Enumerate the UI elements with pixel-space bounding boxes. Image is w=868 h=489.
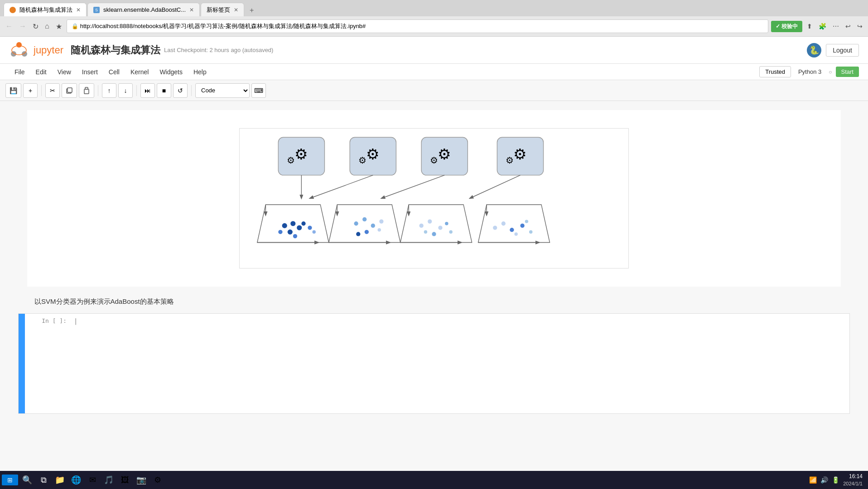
keyboard-shortcuts-button[interactable]: ⌨ bbox=[251, 83, 266, 98]
svg-text:⚙: ⚙ bbox=[506, 155, 514, 165]
taskbar-media[interactable]: 🎵 bbox=[101, 473, 116, 487]
header-right: 🐍 Logout bbox=[807, 43, 859, 58]
jupyter-header: jupyter 随机森林与集成算法 Last Checkpoint: 2 hou… bbox=[0, 37, 868, 64]
svg-point-45 bbox=[378, 228, 381, 231]
taskbar-file-explorer[interactable]: 📁 bbox=[53, 473, 67, 487]
run-next-button[interactable]: ⏭ bbox=[140, 83, 155, 98]
browser-chrome: 随机森林与集成算法 ✕ S sklearn.ensemble.AdaBoostC… bbox=[0, 0, 868, 37]
menu-dots-icon[interactable]: ⋯ bbox=[831, 21, 841, 32]
windows-icon: ⊞ bbox=[7, 476, 13, 484]
mail-icon: ✉ bbox=[89, 475, 96, 485]
copy-button[interactable] bbox=[62, 83, 77, 98]
cell-sidebar-active bbox=[19, 314, 25, 413]
menu-insert[interactable]: Insert bbox=[77, 66, 103, 78]
menu-view[interactable]: View bbox=[52, 66, 77, 78]
trusted-button[interactable]: Trusted bbox=[759, 66, 791, 77]
save-button[interactable]: 💾 bbox=[5, 83, 21, 98]
taskbar-photos[interactable]: 🖼 bbox=[118, 473, 132, 487]
extensions-icon[interactable]: 🧩 bbox=[817, 21, 828, 32]
separator-3 bbox=[136, 85, 137, 96]
svg-point-29 bbox=[297, 225, 302, 230]
settings-icon: ⚙ bbox=[154, 475, 161, 485]
nav-bar: ← → ↻ ⌂ ★ 🔒 ✓ 校验中 ⬆ 🧩 ⋯ ↩ ↪ bbox=[0, 16, 868, 36]
svg-point-53 bbox=[445, 222, 448, 225]
menu-widgets[interactable]: Widgets bbox=[154, 66, 188, 78]
tab-2-close[interactable]: ✕ bbox=[189, 7, 194, 13]
code-cell[interactable]: In [ ]: | bbox=[18, 313, 850, 414]
folder-icon: 📁 bbox=[55, 475, 65, 485]
logout-button[interactable]: Logout bbox=[826, 44, 859, 57]
cut-button[interactable]: ✂ bbox=[45, 83, 60, 98]
taskbar-mail[interactable]: ✉ bbox=[85, 473, 100, 487]
svg-point-43 bbox=[356, 232, 360, 236]
trusted-badge: ✓ 校验中 bbox=[771, 21, 802, 32]
taskbar: ⊞ 🔍 ⧉ 📁 🌐 ✉ 🎵 🖼 📷 ⚙ 📶 🔊 🔋 16:14 2024/1/1 bbox=[0, 471, 868, 489]
svg-point-32 bbox=[308, 225, 312, 230]
tab-2[interactable]: S sklearn.ensemble.AdaBoostC... ✕ bbox=[87, 3, 200, 16]
cursor-indicator: | bbox=[74, 317, 77, 325]
taskbar-search[interactable]: 🔍 bbox=[20, 473, 34, 487]
clock-time: 16:14 bbox=[843, 473, 863, 480]
menu-bar: File Edit View Insert Cell Kernel Widget… bbox=[0, 64, 868, 80]
new-tab-button[interactable]: + bbox=[245, 5, 258, 16]
tab-1-close[interactable]: ✕ bbox=[76, 7, 81, 13]
add-cell-button[interactable]: + bbox=[23, 83, 38, 98]
paste-button[interactable] bbox=[79, 83, 94, 98]
svg-point-28 bbox=[290, 221, 295, 226]
refresh-button[interactable]: ↻ bbox=[31, 21, 40, 32]
cell-input[interactable]: | bbox=[70, 314, 849, 413]
bookmark-button[interactable]: ★ bbox=[54, 21, 64, 32]
menu-edit[interactable]: Edit bbox=[30, 66, 52, 78]
move-down-button[interactable]: ↓ bbox=[118, 83, 133, 98]
diagram-container: ⚙ ⚙ ⚙ ⚙ ⚙ ⚙ ⚙ ⚙ bbox=[36, 119, 832, 278]
svg-text:⚙: ⚙ bbox=[438, 146, 451, 163]
svg-marker-56 bbox=[478, 205, 550, 243]
clock-date: 2024/1/1 bbox=[843, 480, 863, 487]
diagram-cell-output: ⚙ ⚙ ⚙ ⚙ ⚙ ⚙ ⚙ ⚙ bbox=[27, 110, 841, 287]
svg-line-21 bbox=[310, 175, 373, 198]
time-display: 16:14 2024/1/1 bbox=[843, 473, 863, 487]
cell-type-select[interactable]: Code Markdown Raw NBConvert Heading bbox=[195, 83, 250, 98]
menu-file[interactable]: File bbox=[9, 66, 30, 78]
menu-right: Trusted Python 3 ○ Start bbox=[759, 66, 859, 77]
back-button[interactable]: ← bbox=[4, 21, 14, 31]
taskbar-right: 📶 🔊 🔋 16:14 2024/1/1 bbox=[809, 473, 866, 487]
restart-button[interactable]: ↺ bbox=[173, 83, 188, 98]
network-icon: 📶 bbox=[809, 476, 817, 484]
tab-1[interactable]: 随机森林与集成算法 ✕ bbox=[4, 3, 87, 16]
cell-prompt: In [ ]: bbox=[25, 314, 70, 413]
svg-point-59 bbox=[493, 225, 497, 230]
address-bar: 🔒 bbox=[67, 19, 768, 33]
svg-point-0 bbox=[16, 42, 22, 48]
notebook-title[interactable]: 随机森林与集成算法 bbox=[71, 43, 160, 57]
taskbar-task-view[interactable]: ⧉ bbox=[36, 473, 51, 487]
svg-point-42 bbox=[365, 230, 369, 234]
forward-button[interactable]: → bbox=[17, 21, 28, 31]
start-button[interactable]: Start bbox=[836, 67, 859, 77]
svg-text:⚙: ⚙ bbox=[366, 146, 380, 163]
toolbar: 💾 + ✂ ↑ ↓ ⏭ ■ ↺ Code Markdown Raw NBConv… bbox=[0, 80, 868, 101]
photos-icon: 🖼 bbox=[121, 475, 129, 485]
svg-point-51 bbox=[438, 225, 442, 230]
svg-point-62 bbox=[520, 224, 524, 228]
menu-kernel[interactable]: Kernel bbox=[125, 66, 154, 78]
svg-text:⚙: ⚙ bbox=[430, 155, 438, 165]
menu-help[interactable]: Help bbox=[188, 66, 212, 78]
svg-text:⚙: ⚙ bbox=[294, 146, 308, 163]
taskbar-browser[interactable]: 🌐 bbox=[69, 473, 83, 487]
taskbar-settings[interactable]: ⚙ bbox=[150, 473, 165, 487]
undo-icon[interactable]: ↩ bbox=[844, 21, 853, 32]
url-input[interactable] bbox=[80, 23, 763, 30]
tab-3-close[interactable]: ✕ bbox=[234, 7, 238, 13]
svg-point-41 bbox=[371, 224, 375, 228]
redo-icon[interactable]: ↪ bbox=[855, 21, 864, 32]
menu-cell[interactable]: Cell bbox=[103, 66, 125, 78]
paste-icon bbox=[83, 87, 90, 94]
start-menu-button[interactable]: ⊞ bbox=[2, 475, 18, 485]
interrupt-button[interactable]: ■ bbox=[157, 83, 171, 98]
share-icon[interactable]: ⬆ bbox=[805, 21, 814, 32]
move-up-button[interactable]: ↑ bbox=[102, 83, 116, 98]
tab-3[interactable]: 新标签页 ✕ bbox=[201, 3, 244, 16]
home-button[interactable]: ⌂ bbox=[43, 21, 51, 31]
taskbar-camera[interactable]: 📷 bbox=[134, 473, 149, 487]
